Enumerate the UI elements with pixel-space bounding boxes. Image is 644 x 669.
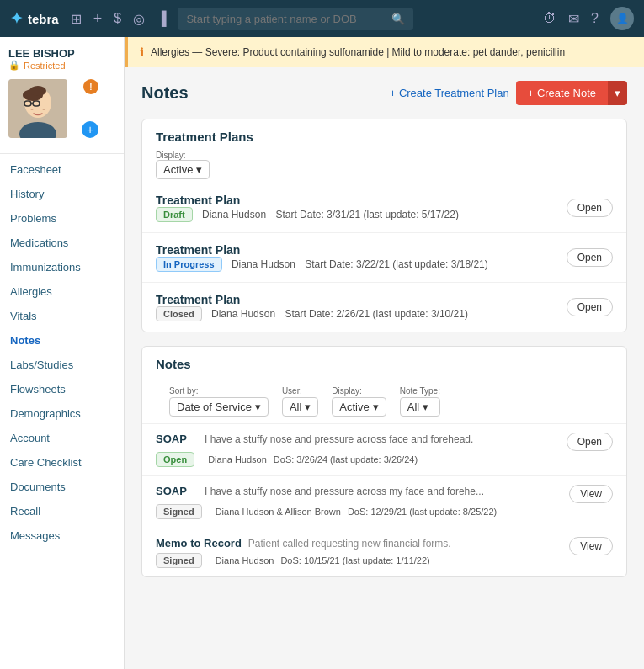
create-treatment-plan-button[interactable]: + Create Treatment Plan xyxy=(390,87,509,99)
sidebar-item-notes[interactable]: Notes xyxy=(0,328,124,353)
open-plan-button[interactable]: Open xyxy=(567,248,613,267)
location-icon[interactable]: ◎ xyxy=(133,11,145,27)
create-note-caret-button[interactable]: ▾ xyxy=(608,81,627,105)
status-badge: Signed xyxy=(156,553,202,568)
plan-details: Draft Diana Hudson Start Date: 3/31/21 (… xyxy=(156,207,558,222)
chevron-down-icon: ▾ xyxy=(255,401,261,413)
display-select[interactable]: Active ▾ xyxy=(332,397,386,417)
notes-container: Notes + Create Treatment Plan + Create N… xyxy=(125,67,644,604)
sidebar-item-immunizations[interactable]: Immunizations xyxy=(0,255,124,279)
view-note-button[interactable]: View xyxy=(569,485,613,503)
patient-info: LEE BISHOP 🔒 Restricted xyxy=(0,37,124,154)
sidebar-item-problems[interactable]: Problems xyxy=(0,206,124,231)
sort-by-label: Sort by: xyxy=(169,386,269,396)
sidebar-item-allergies[interactable]: Allergies xyxy=(0,279,124,304)
open-plan-button[interactable]: Open xyxy=(567,298,613,316)
note-content: SOAP I have a stuffy nose and pressure a… xyxy=(156,485,562,519)
svg-point-7 xyxy=(43,109,45,110)
add-patient-action[interactable]: + xyxy=(82,121,98,138)
help-icon[interactable]: ? xyxy=(591,11,599,26)
display-filter-select[interactable]: Active ▾ xyxy=(156,160,210,179)
open-note-button[interactable]: Open xyxy=(567,433,613,451)
plan-content: Treatment Plan Closed Diana Hudson Start… xyxy=(156,293,558,321)
plan-content: Treatment Plan Draft Diana Hudson Start … xyxy=(156,194,558,222)
note-author: Diana Hudson xyxy=(216,555,274,565)
note-type-select[interactable]: All ▾ xyxy=(400,397,440,417)
treatment-plans-title: Treatment Plans xyxy=(156,130,613,144)
main-content: ℹ Allergies — Severe: Product containing… xyxy=(125,37,644,669)
user-avatar[interactable]: 👤 xyxy=(610,7,634,30)
treatment-plans-section: Treatment Plans Display: Active ▾ Treatm… xyxy=(141,119,627,332)
sidebar-item-recall[interactable]: Recall xyxy=(0,499,124,523)
treatment-display-filter: Display: Active ▾ xyxy=(156,151,613,179)
mail-icon[interactable]: ✉ xyxy=(568,11,579,27)
sidebar-item-facesheet[interactable]: Facesheet xyxy=(0,157,124,182)
note-type-label: Note Type: xyxy=(400,386,440,396)
search-input[interactable] xyxy=(186,13,385,25)
display-filter-value: Active xyxy=(163,163,193,176)
sidebar-item-medications[interactable]: Medications xyxy=(0,231,124,255)
sidebar-item-demographics[interactable]: Demographics xyxy=(0,401,124,426)
plan-author: Diana Hudson xyxy=(211,308,275,320)
sort-by-select[interactable]: Date of Service ▾ xyxy=(169,397,269,417)
plan-author: Diana Hudson xyxy=(202,209,266,220)
dollar-icon[interactable]: $ xyxy=(114,11,121,26)
history-icon[interactable]: ⏱ xyxy=(543,11,556,26)
treatment-plan-row: Treatment Plan Draft Diana Hudson Start … xyxy=(142,183,626,232)
notes-header: Notes + Create Treatment Plan + Create N… xyxy=(141,81,627,105)
user-value: All xyxy=(290,401,301,413)
sidebar-item-account[interactable]: Account xyxy=(0,426,124,450)
display-label: Display: xyxy=(332,386,386,396)
sidebar-item-care-checklist[interactable]: Care Checklist xyxy=(0,450,124,475)
create-note-button[interactable]: + Create Note xyxy=(516,81,608,105)
page-title: Notes xyxy=(141,83,189,103)
sidebar-nav: Facesheet History Problems Medications I… xyxy=(0,154,124,551)
restricted-label: Restricted xyxy=(24,61,66,71)
svg-point-6 xyxy=(31,109,34,110)
patient-avatar xyxy=(8,79,67,138)
status-badge: Closed xyxy=(156,306,202,321)
sidebar-item-history[interactable]: History xyxy=(0,182,124,206)
search-icon: 🔍 xyxy=(391,13,405,25)
status-badge: Open xyxy=(156,452,194,467)
nav-right-actions: ⏱ ✉ ? 👤 xyxy=(543,7,634,30)
chevron-down-icon: ▾ xyxy=(423,401,428,413)
sidebar-item-vitals[interactable]: Vitals xyxy=(0,304,124,328)
chart-icon[interactable]: ▐ xyxy=(157,11,166,26)
note-type: Memo to Record xyxy=(156,537,242,550)
user-label: User: xyxy=(282,386,318,396)
view-note-button[interactable]: View xyxy=(569,537,613,555)
display-value: Active xyxy=(339,401,369,413)
open-plan-button[interactable]: Open xyxy=(567,199,613,217)
treatment-plan-row: Treatment Plan In Progress Diana Hudson … xyxy=(142,232,626,282)
note-row: Memo to Record Patient called requesting… xyxy=(142,528,626,576)
sidebar-item-labs[interactable]: Labs/Studies xyxy=(0,353,124,377)
patient-avatar-wrap: ! + xyxy=(8,79,115,138)
patient-name: LEE BISHOP xyxy=(8,47,115,60)
sidebar-item-documents[interactable]: Documents xyxy=(0,475,124,499)
sidebar-item-flowsheets[interactable]: Flowsheets xyxy=(0,377,124,401)
search-bar[interactable]: 🔍 xyxy=(178,8,413,30)
note-meta: Signed Diana Hudson & Allison Brown DoS:… xyxy=(156,504,562,519)
sort-by-filter: Sort by: Date of Service ▾ xyxy=(169,386,269,417)
plan-title: Treatment Plan xyxy=(156,293,558,306)
display-filter-label: Display: xyxy=(156,151,613,160)
note-row: SOAP I have a stuffy nose and pressure a… xyxy=(142,423,626,475)
note-summary: I have a stuffy nose and pressure across… xyxy=(205,486,484,497)
plan-title: Treatment Plan xyxy=(156,194,558,207)
notes-section-header: Notes Sort by: Date of Service ▾ User: xyxy=(142,347,626,423)
note-meta: Open Diana Hudson DoS: 3/26/24 (last upd… xyxy=(156,452,560,467)
note-content: SOAP I have a stuffy nose and pressure a… xyxy=(156,433,560,467)
plus-icon[interactable]: + xyxy=(93,10,103,28)
top-navigation: ✦ tebra ⊞ + $ ◎ ▐ 🔍 ⏱ ✉ ? 👤 xyxy=(0,0,644,37)
sidebar-item-messages[interactable]: Messages xyxy=(0,523,124,548)
patient-restricted: 🔒 Restricted xyxy=(8,60,115,71)
plan-content: Treatment Plan In Progress Diana Hudson … xyxy=(156,243,558,272)
plan-date: Start Date: 3/22/21 (last update: 3/18/2… xyxy=(305,258,487,270)
user-select[interactable]: All ▾ xyxy=(282,397,318,417)
note-content: Memo to Record Patient called requesting… xyxy=(156,537,562,568)
user-filter: User: All ▾ xyxy=(282,386,318,417)
note-date: DoS: 10/15/21 (last update: 1/11/22) xyxy=(280,555,429,565)
note-meta: Signed Diana Hudson DoS: 10/15/21 (last … xyxy=(156,553,562,568)
grid-icon[interactable]: ⊞ xyxy=(71,11,82,27)
